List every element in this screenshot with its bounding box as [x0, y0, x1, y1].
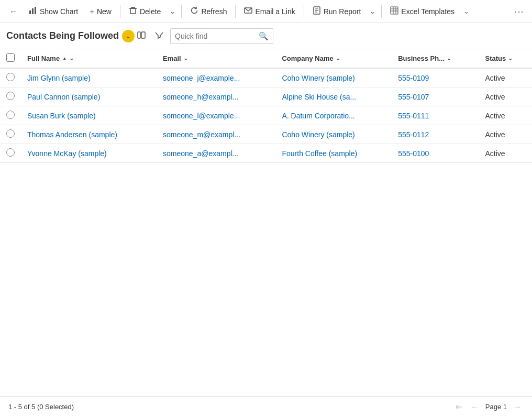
search-input[interactable] [171, 32, 254, 40]
separator-5 [381, 5, 382, 18]
header-email[interactable]: Email ⌄ [157, 49, 275, 68]
table-row: Paul Cannon (sample) someone_h@exampl...… [0, 87, 532, 106]
cell-phone: 555-0112 [392, 125, 479, 144]
cell-status: Active [479, 87, 532, 106]
company-link-1[interactable]: Alpine Ski House (sa... [282, 93, 356, 101]
separator-2 [181, 5, 182, 18]
svg-rect-0 [29, 10, 31, 14]
cell-phone: 555-0109 [392, 68, 479, 87]
new-button[interactable]: + New [84, 4, 117, 19]
email-col-dropdown[interactable]: ⌄ [183, 55, 188, 62]
full-name-link-4[interactable]: Yvonne McKay (sample) [27, 149, 107, 158]
svg-rect-19 [141, 32, 145, 38]
email-link-2[interactable]: someone_l@example... [163, 112, 240, 120]
view-dropdown-button[interactable]: ⌄ [122, 30, 135, 42]
cell-email: someone_m@exampl... [157, 125, 275, 144]
row-radio-4[interactable] [6, 148, 15, 157]
email-link-0[interactable]: someone_j@example... [163, 74, 240, 82]
cell-company: Coho Winery (sample) [275, 68, 392, 87]
toolbar: ← Show Chart + New Delete ⌄ [0, 0, 532, 23]
select-all-checkbox[interactable] [6, 53, 15, 62]
cell-full-name: Paul Cannon (sample) [21, 87, 157, 106]
header-company-name[interactable]: Company Name ⌄ [275, 49, 392, 68]
cell-phone: 555-0100 [392, 144, 479, 163]
cell-status: Active [479, 106, 532, 125]
svg-rect-3 [130, 8, 136, 14]
excel-templates-button[interactable]: Excel Templates [385, 3, 460, 19]
company-link-2[interactable]: A. Datum Corporatio... [282, 112, 354, 120]
email-icon [244, 6, 252, 16]
excel-dropdown-button[interactable]: ⌄ [461, 4, 472, 18]
row-radio-col [0, 144, 21, 163]
phone-link-2[interactable]: 555-0111 [398, 112, 429, 120]
header-status[interactable]: Status ⌄ [479, 49, 532, 68]
status-col-dropdown[interactable]: ⌄ [508, 55, 513, 62]
header-checkbox-col [0, 49, 21, 68]
cell-full-name: Yvonne McKay (sample) [21, 144, 157, 163]
email-link-3[interactable]: someone_m@exampl... [163, 130, 240, 139]
svg-rect-13 [391, 7, 398, 14]
cell-status: Active [479, 68, 532, 87]
company-link-3[interactable]: Coho Winery (sample) [282, 130, 354, 139]
delete-icon [129, 6, 137, 16]
cell-company: Coho Winery (sample) [275, 125, 392, 144]
report-icon [313, 6, 321, 16]
row-radio-col [0, 68, 21, 87]
cell-phone: 555-0111 [392, 106, 479, 125]
email-link-4[interactable]: someone_a@exampl... [163, 149, 238, 158]
chart-icon [29, 6, 37, 16]
row-radio-0[interactable] [6, 73, 15, 81]
full-name-link-1[interactable]: Paul Cannon (sample) [27, 93, 100, 101]
table-row: Susan Burk (sample) someone_l@example...… [0, 106, 532, 125]
row-radio-1[interactable] [6, 92, 15, 100]
cell-email: someone_l@example... [157, 106, 275, 125]
header-business-phone[interactable]: Business Ph... ⌄ [392, 49, 479, 68]
cell-status: Active [479, 144, 532, 163]
back-button[interactable]: ← [4, 4, 23, 19]
separator-1 [120, 5, 120, 18]
view-title-wrapper: Contacts Being Followed ⌄ [6, 30, 135, 42]
view-title: Contacts Being Followed [6, 30, 119, 41]
row-radio-col [0, 125, 21, 144]
full-name-link-3[interactable]: Thomas Andersen (sample) [27, 130, 117, 139]
search-button[interactable]: 🔍 [254, 29, 273, 43]
svg-rect-1 [32, 8, 34, 14]
full-name-link-0[interactable]: Jim Glynn (sample) [27, 74, 91, 82]
plus-icon: + [90, 7, 94, 16]
header-full-name[interactable]: Full Name ▲ ⌄ [21, 49, 157, 68]
phone-col-dropdown[interactable]: ⌄ [447, 55, 451, 62]
email-link-1[interactable]: someone_h@exampl... [163, 93, 238, 101]
refresh-button[interactable]: Refresh [185, 3, 232, 19]
row-radio-2[interactable] [6, 111, 15, 119]
row-radio-3[interactable] [6, 129, 15, 138]
cell-full-name: Jim Glynn (sample) [21, 68, 157, 87]
company-link-4[interactable]: Fourth Coffee (sample) [282, 149, 357, 158]
full-name-col-dropdown[interactable]: ⌄ [69, 55, 74, 62]
email-link-button[interactable]: Email a Link [239, 3, 300, 19]
filter-button[interactable] [152, 28, 166, 44]
delete-dropdown-button[interactable]: ⌄ [167, 4, 178, 18]
show-chart-button[interactable]: Show Chart [24, 3, 83, 19]
delete-button[interactable]: Delete [124, 3, 166, 19]
phone-link-3[interactable]: 555-0112 [398, 130, 429, 139]
phone-link-1[interactable]: 555-0107 [398, 93, 429, 101]
sort-asc-icon: ▲ [62, 56, 67, 61]
run-report-dropdown-button[interactable]: ⌄ [367, 4, 378, 18]
cell-full-name: Susan Burk (sample) [21, 106, 157, 125]
cell-email: someone_h@exampl... [157, 87, 275, 106]
cell-company: A. Datum Corporatio... [275, 106, 392, 125]
run-report-button[interactable]: Run Report [307, 3, 367, 19]
refresh-icon [190, 6, 198, 16]
company-link-0[interactable]: Coho Winery (sample) [282, 74, 354, 82]
view-actions: 🔍 [135, 28, 273, 44]
phone-link-0[interactable]: 555-0109 [398, 74, 429, 82]
cell-company: Fourth Coffee (sample) [275, 144, 392, 163]
table-body: Jim Glynn (sample) someone_j@example... … [0, 68, 532, 163]
full-name-link-2[interactable]: Susan Burk (sample) [27, 112, 96, 120]
phone-link-4[interactable]: 555-0100 [398, 149, 429, 158]
more-options-button[interactable]: ⋯ [510, 3, 528, 20]
svg-rect-2 [35, 7, 36, 14]
column-chooser-button[interactable] [135, 28, 148, 44]
view-header: Contacts Being Followed ⌄ 🔍 [0, 23, 532, 49]
company-col-dropdown[interactable]: ⌄ [336, 55, 340, 62]
